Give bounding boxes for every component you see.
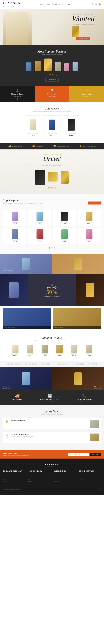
nav-home[interactable]: HOME bbox=[40, 4, 44, 5]
categories-bar: 👗 Cloth & Dress Items in cat · 207 ◆ 💎 F… bbox=[0, 86, 104, 102]
accessories-diamond: ◆ bbox=[86, 98, 87, 100]
limited-label: ROLAND - YVES SECRET bbox=[3, 154, 101, 156]
footer-col-title-2: OUR COMPANY bbox=[28, 470, 50, 472]
footer-link-terms[interactable]: Terms of Service bbox=[28, 474, 50, 475]
pagination-dot-1[interactable] bbox=[49, 247, 50, 248]
video-section: A Walk by Water Fresh aquatic notes M'Bl… bbox=[0, 367, 104, 390]
footer-link-privacy[interactable]: Privacy Policy bbox=[28, 475, 50, 477]
footer-link-about[interactable]: About Us bbox=[3, 479, 25, 480]
blog-overlay-1: ROLAND YOHANNES bbox=[3, 326, 51, 329]
top-product-6[interactable]: DEEP RED $ 79.35 bbox=[28, 228, 51, 244]
top-prod-price-7: $ 69.35 bbox=[54, 241, 75, 242]
hero-cta-button[interactable]: SHOP NOW bbox=[76, 37, 90, 40]
offer-percent: 50% bbox=[46, 289, 58, 296]
category-cloth-dress[interactable]: 👗 Cloth & Dress Items in cat · 207 ◆ bbox=[0, 86, 35, 102]
news-item-title-1: TOP PERFUME 2024 bbox=[11, 420, 88, 422]
all-products-button[interactable]: ALL PRODUCT bbox=[88, 202, 101, 204]
pagination-dot-2[interactable] bbox=[51, 247, 53, 248]
footer-col-1: LEXMARK SITE MAP Home Shop Collection Ab… bbox=[3, 470, 25, 483]
category-fragrance[interactable]: 💎 Fragrance No in cat: Sitely ◆ bbox=[35, 86, 69, 102]
top-product-3[interactable]: DARK ESSENCE $ 79.35 bbox=[53, 210, 76, 226]
twitter-icon[interactable]: t bbox=[97, 488, 98, 490]
features-section: 🚚 FREE SHIPPING On order over $150 🔄 MON… bbox=[0, 390, 104, 405]
random-section: Random Product Praesent vulputate lorem … bbox=[0, 331, 104, 361]
brand-diorparfum[interactable]: Diorparfum bbox=[73, 363, 84, 365]
footer-logo-sub: PERFUME SHOP bbox=[3, 466, 101, 467]
offer-diamond: ◆ bbox=[51, 283, 53, 286]
top-prod-price-2: $ 79.35 bbox=[29, 223, 50, 224]
video-sub2: Luxury Collection bbox=[93, 388, 102, 389]
footer-link-return[interactable]: Return Policy bbox=[28, 477, 50, 478]
footer-link-collection[interactable]: Collection bbox=[3, 477, 25, 478]
brand-ck[interactable]: CalvinKlein bbox=[25, 363, 37, 365]
feature-1-text: ACCESS AND LOVE bbox=[12, 146, 22, 147]
top-product-8[interactable]: ROSE BLOOM $ 69.35 bbox=[78, 228, 101, 244]
nav-blog[interactable]: BLOG bbox=[59, 4, 63, 5]
random-card-3[interactable]: BULGARI $ 65.00 bbox=[38, 345, 51, 356]
news-item-2[interactable]: 22 FEB NEW SCENT FOR MEN Praesent vulput… bbox=[3, 432, 101, 443]
instagram-icon[interactable]: in bbox=[99, 488, 101, 490]
random-card-5[interactable]: DIOR PARFUM $ 92.00 bbox=[67, 345, 81, 356]
random-card-1[interactable]: POLO CHANEL $ 68.35 bbox=[9, 345, 22, 356]
footer-phone[interactable]: 1-800-LEXMARK bbox=[79, 474, 101, 475]
category-accessories[interactable]: 💍 Accessories No in cat: 10 ◆ bbox=[69, 86, 104, 102]
just-arrive-products: CANTER PERFUM $ 79.35 DOLIQUE PERFUME $ … bbox=[3, 116, 101, 138]
grid-bottle-8 bbox=[86, 229, 92, 239]
footer-link-account[interactable]: My Account bbox=[54, 481, 76, 482]
nav-shop[interactable]: SHOP bbox=[47, 4, 50, 5]
brand-polo[interactable]: POLO CHEMISTS bbox=[6, 363, 20, 365]
feature-3: 📦 TOP GREAT SERVICE 96 bbox=[53, 145, 69, 148]
nav-contact[interactable]: CONTACT bbox=[65, 4, 72, 5]
rand-price-5: $ 92.00 bbox=[67, 355, 81, 356]
nav-pages[interactable]: PAGES bbox=[53, 4, 57, 5]
hero-title: Wanted bbox=[72, 15, 94, 22]
footer-link-sitemap[interactable]: Sitemap bbox=[28, 481, 50, 482]
top-product-2[interactable]: BLUE ESCAPE $ 79.35 bbox=[28, 210, 51, 226]
video-left-info: A Walk by Water Fresh aquatic notes bbox=[2, 386, 11, 389]
brand-bulgari[interactable]: BULGARI bbox=[42, 363, 50, 365]
footer-email[interactable]: info@lexmark.com bbox=[79, 475, 101, 477]
top-product-4[interactable]: GOLD FANTASY $ 69.35 bbox=[78, 210, 101, 226]
blog-post-1[interactable]: ROLAND YOHANNES bbox=[3, 308, 51, 329]
blog-post-2[interactable]: EXTRA FEMININE bbox=[53, 308, 101, 329]
video-right-panel: M'Blanc or Co. Luxury Collection bbox=[52, 367, 104, 390]
product-card-2[interactable]: DOLIQUE PERFUME $ 79.35 bbox=[43, 116, 61, 138]
product-card-1[interactable]: CANTER PERFUM $ 79.35 bbox=[24, 116, 41, 138]
search-icon[interactable]: 🔍 bbox=[92, 3, 94, 5]
random-card-4[interactable]: CLASSIC DOR $ 80.00 bbox=[53, 345, 66, 356]
top-product-1[interactable]: CLAIR PERFUME $ 79.35 bbox=[3, 210, 26, 226]
random-card-6[interactable]: GUERLAIN $ 88.00 bbox=[82, 345, 95, 356]
newsletter-email-input[interactable] bbox=[68, 453, 89, 456]
cat-sub-cloth: Items in cat · 207 bbox=[13, 96, 21, 97]
newsletter-submit-button[interactable]: SUBSCRIBE bbox=[90, 453, 101, 456]
footer-link-contact[interactable]: Contact bbox=[3, 481, 25, 482]
product-name-1: CANTER PERFUM bbox=[25, 133, 40, 134]
product-price-3: $ 69.35 bbox=[64, 135, 79, 136]
more-items-button[interactable]: MORE ITEMS bbox=[45, 78, 59, 82]
grid-bottle-1 bbox=[12, 212, 18, 221]
video-bottle-1 bbox=[22, 372, 30, 385]
top-perfume-title: Top Perfume bbox=[3, 198, 42, 202]
footer-link-new[interactable]: New Arrivals bbox=[54, 474, 76, 475]
rand-price-3: $ 65.00 bbox=[38, 355, 51, 356]
brand-classicdior[interactable]: ClassicDior bbox=[56, 363, 67, 365]
top-perfume-header: Top Perfume Praesent vulputate lorem vit… bbox=[3, 198, 101, 207]
cart-icon[interactable]: 🛒 bbox=[95, 3, 97, 5]
footer-link-best[interactable]: Best Sellers bbox=[54, 475, 76, 477]
footer-link-sale[interactable]: Sale Items bbox=[54, 477, 76, 478]
footer-link-faq[interactable]: FAQ bbox=[28, 479, 50, 480]
rand-price-1: $ 68.35 bbox=[9, 355, 22, 356]
footer-link-gift[interactable]: Gift Cards bbox=[54, 479, 76, 480]
product-card-3[interactable]: DENISE ARMANI $ 69.35 bbox=[63, 116, 80, 138]
random-card-2[interactable]: CALVIN KLEIN $ 72.00 bbox=[23, 345, 37, 356]
top-product-7[interactable]: MINT FRESH $ 69.35 bbox=[53, 228, 76, 244]
brand-guerlain[interactable]: GUERLAIN bbox=[89, 363, 98, 365]
footer-link-shop[interactable]: Shop bbox=[3, 475, 25, 477]
feature-2: 🎁 GET SAVINGS bbox=[32, 145, 43, 148]
facebook-icon[interactable]: f bbox=[96, 488, 96, 490]
footer-link-home[interactable]: Home bbox=[3, 474, 25, 475]
news-item-1[interactable]: 26 JAN TOP PERFUME 2024 Praesent vulputa… bbox=[3, 418, 101, 430]
newsletter-form: SUBSCRIBE bbox=[68, 453, 101, 456]
top-product-5[interactable]: STEEL BLUE $ 79.35 bbox=[3, 228, 26, 244]
pagination-dot-3[interactable] bbox=[54, 247, 55, 248]
